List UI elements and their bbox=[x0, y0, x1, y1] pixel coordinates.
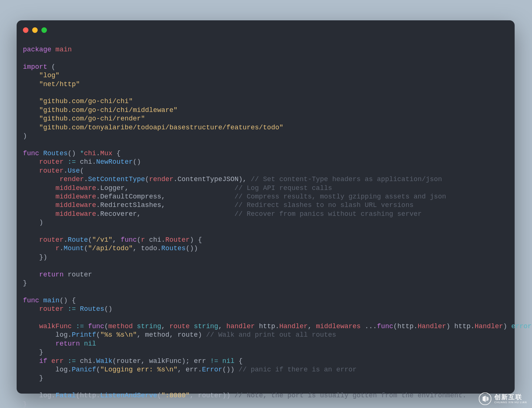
code-text bbox=[23, 176, 59, 183]
nil: nil bbox=[222, 357, 235, 365]
keyword: func bbox=[23, 297, 39, 304]
watermark-logo-icon bbox=[479, 392, 491, 405]
code-text bbox=[64, 158, 68, 166]
string: "github.com/tonyalaribe/todoapi/basestru… bbox=[39, 124, 283, 131]
code-text: log. bbox=[23, 392, 55, 399]
code-text bbox=[39, 150, 43, 157]
code-text: , bbox=[218, 323, 226, 330]
code-text: ( bbox=[84, 245, 88, 252]
code-text: .Recoverer, bbox=[96, 210, 235, 218]
string: ":8080" bbox=[161, 392, 190, 399]
operator: := bbox=[68, 305, 76, 313]
code-text bbox=[23, 124, 39, 131]
operator: := bbox=[68, 357, 76, 365]
code-text: log. bbox=[23, 331, 72, 339]
func-name: Mount bbox=[64, 245, 84, 252]
identifier: render bbox=[59, 176, 84, 183]
code-text: . bbox=[59, 245, 64, 252]
code-text: . bbox=[96, 150, 100, 157]
code-text bbox=[23, 72, 39, 79]
code-text: } bbox=[23, 401, 27, 408]
code-text: }) bbox=[23, 254, 47, 261]
code-text bbox=[72, 323, 76, 330]
code-text bbox=[23, 167, 39, 174]
code-text bbox=[133, 323, 137, 330]
operator: := bbox=[68, 158, 76, 166]
code-text: ( bbox=[80, 167, 84, 174]
code-text: ( bbox=[47, 63, 55, 71]
window-controls bbox=[23, 27, 47, 33]
code-text: () bbox=[68, 150, 80, 157]
code-text bbox=[23, 305, 39, 313]
string: "Logging err: %s\n" bbox=[100, 366, 177, 373]
identifier: method bbox=[108, 323, 133, 330]
nil: nil bbox=[84, 340, 96, 347]
identifier: err bbox=[51, 357, 64, 365]
string: "log" bbox=[39, 72, 59, 79]
type: Handler bbox=[279, 323, 308, 330]
code-text bbox=[218, 357, 222, 365]
code-text: , router)) bbox=[190, 392, 235, 399]
watermark: 创新互联 CHUANG XIN HU LIAN bbox=[479, 392, 527, 405]
code-text bbox=[23, 236, 39, 244]
identifier: middleware bbox=[55, 210, 96, 218]
close-icon[interactable] bbox=[23, 27, 28, 33]
code-text bbox=[23, 106, 39, 114]
minimize-icon[interactable] bbox=[32, 27, 38, 33]
type: string bbox=[194, 323, 218, 330]
code-text bbox=[23, 357, 39, 365]
comment: // Compress results, mostly gzipping ass… bbox=[235, 193, 446, 200]
zoom-icon[interactable] bbox=[41, 27, 47, 33]
identifier: middleware bbox=[55, 201, 96, 209]
keyword: return bbox=[39, 271, 64, 278]
code-text: , bbox=[112, 236, 120, 244]
func-name: Use bbox=[68, 167, 80, 174]
code-block: package main import ( "log" "net/http" "… bbox=[23, 45, 532, 408]
code-text bbox=[64, 305, 68, 313]
watermark-sub: CHUANG XIN HU LIAN bbox=[494, 401, 527, 404]
identifier: route bbox=[170, 323, 190, 330]
code-text bbox=[39, 297, 43, 304]
func-name: Routes bbox=[80, 305, 104, 313]
code-text bbox=[190, 323, 194, 330]
identifier: router bbox=[39, 305, 64, 313]
identifier: router bbox=[39, 236, 64, 244]
func-name: Error bbox=[202, 366, 222, 373]
code-text: http. bbox=[255, 323, 279, 330]
code-text: ( bbox=[96, 331, 100, 339]
code-text: (http. bbox=[393, 323, 417, 330]
code-text bbox=[76, 305, 80, 313]
operator: := bbox=[76, 323, 84, 330]
identifier: middleware bbox=[55, 184, 96, 192]
code-text bbox=[23, 201, 55, 209]
code-text: router bbox=[64, 271, 92, 278]
code-text bbox=[23, 210, 55, 218]
string: "github.com/go-chi/chi/middleware" bbox=[39, 106, 178, 114]
string: "/v1" bbox=[92, 236, 112, 244]
code-text: ( bbox=[104, 323, 108, 330]
type: Handler bbox=[418, 323, 446, 330]
identifier: handler bbox=[226, 323, 255, 330]
comment: // Redirect slashes to no slash URL vers… bbox=[235, 201, 414, 209]
func-name: Fatal bbox=[55, 392, 76, 399]
func-name: main bbox=[43, 297, 59, 304]
code-text bbox=[80, 340, 84, 347]
code-text bbox=[23, 271, 39, 278]
code-text: ()) bbox=[186, 245, 198, 252]
code-text: , bbox=[308, 323, 316, 330]
code-text: { bbox=[235, 357, 243, 365]
keyword: func bbox=[120, 236, 137, 244]
watermark-main: 创新互联 bbox=[494, 394, 527, 400]
code-text: () bbox=[104, 305, 112, 313]
func-name: SetContentType bbox=[88, 176, 145, 183]
code-text: ( bbox=[88, 236, 92, 244]
code-text bbox=[23, 98, 39, 105]
code-text: ( bbox=[96, 366, 100, 373]
code-text: } bbox=[23, 279, 27, 287]
func-name: Routes bbox=[43, 150, 68, 157]
type: Router bbox=[166, 236, 190, 244]
code-text: ) bbox=[503, 323, 511, 330]
func-name: Walk bbox=[96, 357, 112, 365]
type: string bbox=[137, 323, 161, 330]
code-text: .Logger, bbox=[96, 184, 235, 192]
